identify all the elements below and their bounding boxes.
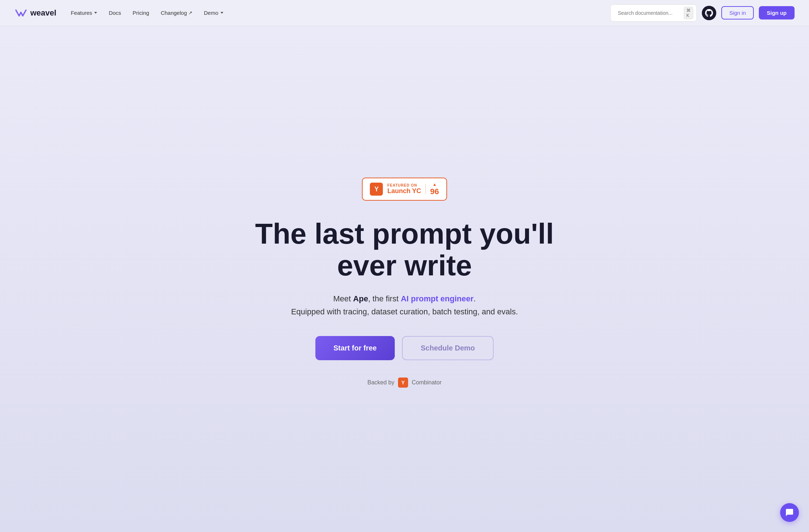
github-button[interactable] bbox=[702, 6, 716, 20]
hero-title: The last prompt you'll ever write bbox=[242, 218, 567, 282]
signup-button[interactable]: Sign up bbox=[759, 6, 795, 19]
logo-text: weavel bbox=[30, 8, 56, 18]
hero-section: Y FEATURED ON Launch YC ▲ 96 The last pr… bbox=[0, 26, 809, 532]
search-box[interactable]: ⌘ K bbox=[610, 4, 697, 22]
yc-arrow-icon: ▲ bbox=[432, 182, 437, 187]
schedule-demo-button[interactable]: Schedule Demo bbox=[402, 336, 494, 360]
yc-divider bbox=[425, 184, 426, 195]
search-input[interactable] bbox=[618, 10, 681, 16]
weavel-logo-icon bbox=[14, 6, 27, 19]
hero-buttons: Start for free Schedule Demo bbox=[315, 336, 494, 360]
chevron-down-icon bbox=[220, 12, 223, 14]
yc-logo: Y bbox=[370, 183, 383, 196]
yc-badge[interactable]: Y FEATURED ON Launch YC ▲ 96 bbox=[362, 178, 447, 201]
github-icon bbox=[705, 9, 713, 17]
nav-demo[interactable]: Demo bbox=[204, 10, 223, 16]
nav-docs[interactable]: Docs bbox=[109, 10, 121, 16]
hero-subtitle: Meet Ape, the first AI prompt engineer. … bbox=[291, 292, 518, 318]
nav-features[interactable]: Features bbox=[71, 10, 97, 16]
nav-right: ⌘ K Sign in Sign up bbox=[610, 4, 795, 22]
nav-changelog[interactable]: Changelog ↗ bbox=[161, 10, 192, 16]
chevron-down-icon bbox=[94, 12, 97, 14]
yc-badge-text: FEATURED ON Launch YC bbox=[387, 183, 421, 195]
start-for-free-button[interactable]: Start for free bbox=[315, 336, 395, 360]
yc-combinator-logo: Y bbox=[398, 378, 408, 388]
nav-pricing[interactable]: Pricing bbox=[133, 10, 149, 16]
yc-count-area: ▲ 96 bbox=[430, 182, 439, 196]
nav-left: weavel Features Docs Pricing Changelog ↗ bbox=[14, 6, 223, 19]
navbar: weavel Features Docs Pricing Changelog ↗ bbox=[0, 0, 809, 26]
backed-by: Backed by Y Combinator bbox=[367, 378, 441, 388]
chat-bubble-button[interactable] bbox=[780, 503, 799, 522]
chat-icon bbox=[785, 508, 794, 517]
search-shortcut: ⌘ K bbox=[684, 7, 693, 19]
nav-links: Features Docs Pricing Changelog ↗ Demo bbox=[71, 10, 223, 16]
external-link-icon: ↗ bbox=[188, 10, 192, 16]
signin-button[interactable]: Sign in bbox=[721, 6, 754, 19]
logo[interactable]: weavel bbox=[14, 6, 56, 19]
